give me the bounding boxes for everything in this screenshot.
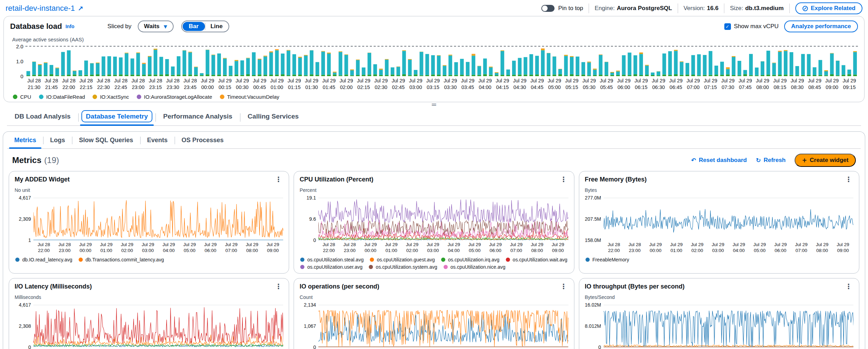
x-tick-label: Jul 2900:00 [75,242,96,254]
page-header: retail-dev-instance-1 ↗ Pin to top Engin… [0,0,868,16]
tab-db-load-analysis[interactable]: DB Load Analysis [7,108,78,125]
x-tick-label: Jul 2821:30 [25,78,43,91]
refresh-button[interactable]: ↻ Refresh [756,157,786,164]
telemetry-panel: MetricsLogsSlow SQL QueriesEventsOS Proc… [3,131,865,349]
legend-item[interactable]: os.cpuUtilization.system.avg [369,264,437,270]
legend-item[interactable]: IO:XactSync [93,94,129,100]
legend-item[interactable]: os.cpuUtilization.user.avg [300,264,363,270]
widget-plot-svg [318,198,568,240]
bar-segment[interactable]: Bar [183,22,205,31]
legend-item[interactable]: os.cpuUtilization.guest.avg [370,257,435,262]
metrics-header: Metrics (19) ↶ Reset dashboard ↻ Refresh… [3,149,865,171]
widget-unit-label: Milliseconds [15,294,283,300]
db-load-chart: 2.0 1.0 0 [25,45,858,76]
x-tick-label: Jul 2901:00 [268,78,286,91]
legend-item[interactable]: db.IO.read_latency.avg [15,257,72,262]
widget-title: IO throughput (Bytes per second) [585,283,685,290]
x-tick-label: Jul 2822:15 [78,78,95,91]
x-tick-label: Jul 2822:00 [318,242,339,254]
divider [724,3,724,13]
widget-menu-icon[interactable]: ⋮ [559,176,568,183]
widget-menu-icon[interactable]: ⋮ [273,176,283,183]
tab-calling-services[interactable]: Calling Services [240,108,306,125]
database-load-card: Database load Info Sliced by Waits ▼ Bar… [3,16,865,102]
x-tick-label: Jul 2823:30 [164,78,182,91]
legend-item[interactable]: db.Transactions.commit_latency.avg [79,257,164,262]
line-segment[interactable]: Line [205,22,228,31]
tab-slow-sql-queries[interactable]: Slow SQL Queries [72,132,140,148]
legend-item[interactable]: FreeableMemory [586,257,629,262]
x-tick-label: Jul 2909:00 [262,242,283,254]
x-tick-label: Jul 2901:45 [320,78,338,91]
widget-title: CPU Utilization (Percent) [300,176,373,183]
info-link[interactable]: Info [65,24,74,29]
legend-item[interactable]: Timeout:VacuumDelay [220,94,279,100]
show-max-vcpu-checkbox[interactable]: ✓ [724,23,731,30]
widget-chart: 4,6172,3080 [15,305,283,347]
tab-database-telemetry[interactable]: Database Telemetry [78,108,156,125]
refresh-icon: ↻ [756,157,761,164]
split-panel-drag-handle[interactable]: = [0,102,868,106]
telemetry-sub-tabs: MetricsLogsSlow SQL QueriesEventsOS Proc… [7,132,861,149]
x-tick-label: Jul 2821:45 [43,78,60,91]
x-tick-label: Jul 2902:00 [687,242,708,254]
legend-item[interactable]: IO:DataFileRead [39,94,85,100]
sliced-by-dropdown[interactable]: Waits ▼ [138,21,174,32]
tab-os-processes[interactable]: OS Processes [175,132,231,148]
tab-performance-analysis[interactable]: Performance Analysis [156,108,240,125]
widget-y-axis: 277.0M207.5M158.0M [585,198,604,240]
x-tick-label: Jul 2900:00 [360,242,381,254]
explore-related-button[interactable]: Explore Related [795,2,863,14]
widget-menu-icon[interactable]: ⋮ [559,283,568,290]
tab-metrics[interactable]: Metrics [7,132,43,148]
widget-y-axis: 16.02M8.012M0 [585,305,604,347]
legend-item[interactable]: IO:AuroraStorageLogAllocate [137,94,212,100]
x-tick-label: Jul 2822:30 [95,78,112,91]
legend-label: IO:DataFileRead [46,94,85,100]
x-tick-label: Jul 2909:15 [841,78,858,91]
widget-plot-svg [318,305,568,347]
legend-color-dot [586,258,590,262]
x-tick-label: Jul 2823:00 [339,242,360,254]
legend-label: IO:AuroraStorageLogAllocate [144,94,212,100]
db-load-x-axis: Jul 2821:30Jul 2821:45Jul 2822:00Jul 282… [25,78,858,91]
instance-link[interactable]: retail-dev-instance-1 ↗ [6,4,83,13]
legend-label: os.cpuUtilization.user.avg [307,264,363,270]
x-tick-label: Jul 2905:00 [749,242,770,254]
legend-item[interactable]: os.cpuUtilization.nice.avg [444,264,505,270]
sliced-by-label: Sliced by [107,23,132,30]
reset-dashboard-button[interactable]: ↶ Reset dashboard [691,157,747,164]
tab-events[interactable]: Events [140,132,175,148]
x-tick-label: Jul 2904:00 [158,242,179,254]
legend-item[interactable]: CPU [13,94,31,100]
legend-item[interactable]: os.cpuUtilization.irq.avg [441,257,500,262]
pin-to-top-toggle[interactable] [541,5,555,12]
legend-color-dot [444,265,448,269]
x-tick-label: Jul 2907:30 [719,78,736,91]
widget-menu-icon[interactable]: ⋮ [844,283,853,290]
widget-menu-icon[interactable]: ⋮ [273,283,283,290]
tab-label: OS Processes [182,137,224,144]
legend-item[interactable]: os.cpuUtilization.wait.avg [506,257,567,262]
create-widget-button[interactable]: + Create widget [795,154,856,167]
bar-line-toggle: Bar Line [181,21,229,32]
legend-color-dot [220,95,224,99]
legend-color-dot [15,258,19,262]
x-tick-label: Jul 2905:00 [464,242,485,254]
analyze-performance-button[interactable]: Analyze performance [784,21,858,32]
legend-color-dot [370,258,374,262]
x-tick-label: Jul 2905:00 [546,78,563,91]
x-tick-label: Jul 2900:00 [199,78,216,91]
legend-color-dot [300,258,304,262]
legend-item[interactable]: os.cpuUtilization.steal.avg [300,257,364,262]
size-meta: Size:db.t3.medium [730,5,783,12]
widgets-grid: My ADDED Widget ⋮ No unit 4,6172,3091 Ju… [3,171,865,349]
metrics-count: (19) [44,155,59,165]
widget-y-axis: 4,6172,3080 [15,305,33,347]
widget-menu-icon[interactable]: ⋮ [844,176,853,183]
metric-widget-i-o-latency-milliseconds: I/O Latency (Milliseconds) ⋮ Millisecond… [9,278,289,349]
external-link-icon: ↗ [78,5,83,12]
divider [678,3,678,13]
x-tick-label: Jul 2905:30 [581,78,598,91]
tab-logs[interactable]: Logs [43,132,72,148]
